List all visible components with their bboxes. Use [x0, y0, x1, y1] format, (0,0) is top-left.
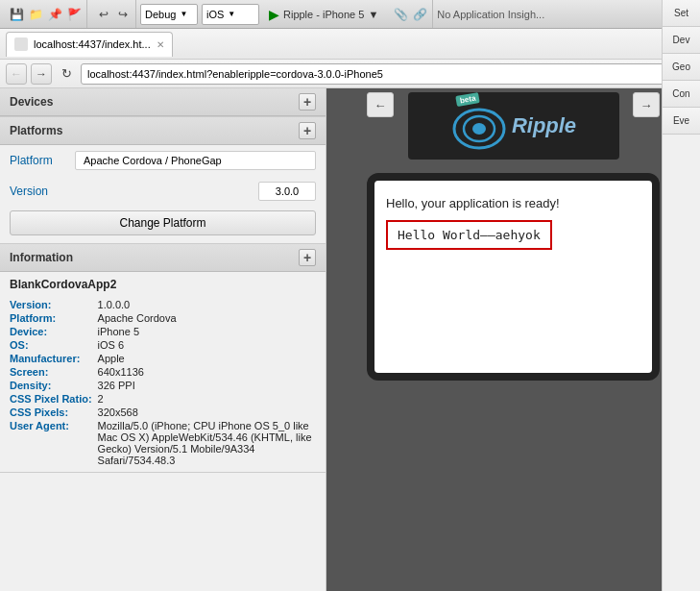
ios-dropdown[interactable]: iOS ▼	[202, 4, 259, 25]
devices-section: Devices +	[0, 88, 326, 117]
ripple-icon	[450, 100, 508, 153]
info-key-7: CSS Pixel Ratio:	[10, 393, 92, 405]
folder-icon[interactable]: 📁	[27, 6, 44, 23]
browser-tab[interactable]: localhost:4437/index.ht... ✕	[6, 32, 173, 57]
play-icon: ▶	[269, 7, 279, 22]
right-sidebar-btn-eve[interactable]: Eve	[663, 108, 700, 135]
svg-point-2	[472, 123, 486, 135]
info-val-1: Apache Cordova	[98, 312, 316, 324]
main-area: Devices + Platforms + Platform Apache Co…	[0, 88, 700, 591]
right-sidebar: SetDevGeoConEve	[662, 0, 700, 591]
version-label: Version	[10, 185, 67, 198]
information-header: Information +	[0, 244, 326, 272]
platforms-header: Platforms +	[0, 117, 326, 145]
devices-header: Devices +	[0, 88, 326, 116]
nav-bar: ← → ↻	[0, 60, 700, 88]
platform-label: Platform	[10, 154, 67, 167]
debug-dropdown[interactable]: Debug ▼	[140, 4, 198, 25]
device-nav-left[interactable]: ←	[367, 92, 394, 117]
ripple-logo-text: Ripple	[512, 113, 576, 138]
info-key-1: Platform:	[10, 312, 92, 324]
information-section: Information + BlankCordovaApp2 Version:1…	[0, 244, 326, 473]
devices-add-button[interactable]: +	[299, 93, 316, 111]
info-val-5: 640x1136	[98, 366, 316, 378]
run-dropdown-arrow: ▼	[368, 9, 378, 20]
info-key-3: OS:	[10, 339, 92, 351]
tab-close-button[interactable]: ✕	[157, 39, 164, 50]
attach2-icon[interactable]: 🔗	[411, 6, 428, 23]
run-button[interactable]: ▶ Ripple - iPhone 5 ▼	[263, 5, 384, 24]
ios-dropdown-label: iOS	[206, 9, 224, 20]
info-val-4: Apple	[98, 353, 316, 364]
info-key-6: Density:	[10, 380, 92, 391]
platforms-section: Platforms + Platform Apache Cordova / Ph…	[0, 117, 326, 244]
info-val-3: iOS 6	[98, 339, 316, 351]
pin-icon[interactable]: 📌	[46, 6, 63, 23]
back-button[interactable]: ←	[6, 63, 27, 85]
tab-favicon	[14, 37, 28, 51]
device-frame: Hello, your application is ready! Hello …	[367, 173, 660, 381]
center-area: ← beta Ripple → Hel	[326, 88, 700, 591]
toolbar: 💾 📁 📌 🚩 ↩ ↪ Debug ▼ iOS ▼ ▶ Ripple - iPh…	[0, 0, 700, 29]
info-key-0: Version:	[10, 299, 92, 310]
toolbar-icon-group-1: 💾 📁 📌 🚩	[4, 0, 87, 28]
left-panel: Devices + Platforms + Platform Apache Co…	[0, 88, 326, 591]
ripple-logo-area: beta Ripple	[408, 92, 619, 160]
version-row: Version 3.0.0	[0, 176, 326, 207]
right-sidebar-btn-dev[interactable]: Dev	[663, 27, 700, 54]
info-key-4: Manufacturer:	[10, 353, 92, 364]
device-nav-right[interactable]: →	[633, 92, 660, 117]
info-grid: Version:1.0.0.0Platform:Apache CordovaDe…	[0, 293, 326, 472]
ios-dropdown-arrow: ▼	[228, 10, 235, 18]
app-run-label: Ripple - iPhone 5	[283, 9, 364, 20]
app-name: BlankCordovaApp2	[0, 272, 326, 293]
content-area: ← beta Ripple → Hel	[326, 88, 700, 591]
platforms-title: Platforms	[10, 124, 62, 137]
info-val-6: 326 PPI	[98, 380, 316, 391]
version-value: 3.0.0	[258, 182, 316, 201]
save-icon[interactable]: 💾	[8, 6, 25, 23]
forward-button[interactable]: →	[31, 63, 52, 85]
info-val-9: Mozilla/5.0 (iPhone; CPU iPhone OS 5_0 l…	[98, 420, 316, 466]
tab-label: localhost:4437/index.ht...	[34, 38, 151, 50]
reload-button[interactable]: ↻	[56, 63, 77, 85]
toolbar-icon-group-2: ↩ ↪	[91, 0, 136, 28]
device-screen: Hello, your application is ready! Hello …	[374, 181, 652, 373]
info-val-7: 2	[98, 393, 316, 405]
redo-icon[interactable]: ↪	[114, 6, 132, 23]
right-sidebar-btn-set[interactable]: Set	[663, 0, 700, 27]
platforms-add-button[interactable]: +	[299, 122, 316, 139]
right-sidebar-btn-geo[interactable]: Geo	[663, 54, 700, 81]
no-insights-label: No Application Insigh...	[437, 9, 544, 20]
info-val-0: 1.0.0.0	[98, 299, 316, 310]
undo-icon[interactable]: ↩	[95, 6, 112, 23]
change-platform-button[interactable]: Change Platform	[10, 210, 316, 235]
right-sidebar-btn-con[interactable]: Con	[663, 81, 700, 108]
info-key-9: User Agent:	[10, 420, 92, 466]
flag-icon[interactable]: 🚩	[65, 6, 83, 23]
info-key-5: Screen:	[10, 366, 92, 378]
info-val-8: 320x568	[98, 406, 316, 418]
info-val-2: iPhone 5	[98, 326, 316, 337]
devices-title: Devices	[10, 95, 53, 109]
device-nav-row: ← beta Ripple →	[367, 92, 660, 160]
attach-icon[interactable]: 📎	[392, 6, 409, 23]
info-key-8: CSS Pixels:	[10, 406, 92, 418]
url-bar[interactable]	[81, 63, 694, 85]
info-key-2: Device:	[10, 326, 92, 337]
hello-world-box: Hello World——aehyok	[386, 220, 552, 250]
browser-tab-bar: localhost:4437/index.ht... ✕	[0, 29, 700, 60]
information-add-button[interactable]: +	[299, 249, 316, 266]
debug-dropdown-label: Debug	[145, 9, 176, 20]
hello-world-text: Hello World——aehyok	[398, 228, 541, 242]
platform-value: Apache Cordova / PhoneGap	[75, 151, 316, 170]
debug-dropdown-arrow: ▼	[180, 10, 187, 18]
platform-row: Platform Apache Cordova / PhoneGap	[0, 145, 326, 176]
app-ready-text: Hello, your application is ready!	[386, 196, 640, 210]
toolbar-icon-group-3: 📎 🔗	[388, 0, 433, 28]
information-title: Information	[10, 251, 73, 264]
